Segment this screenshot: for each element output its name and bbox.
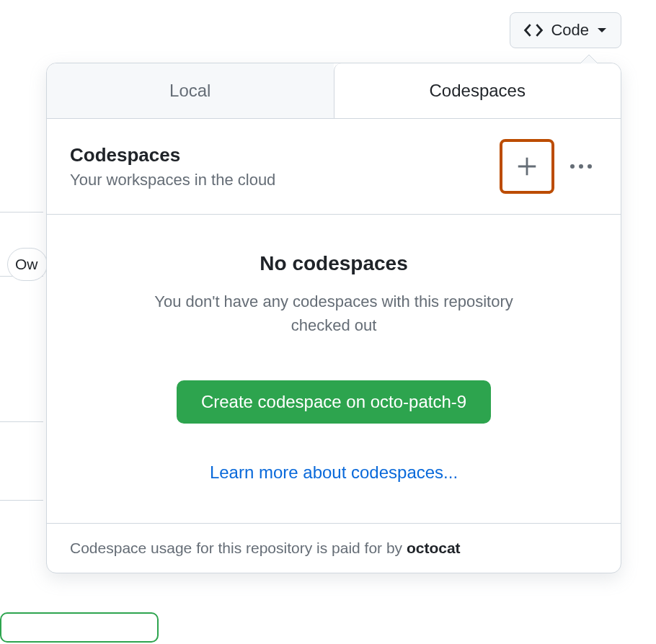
new-codespace-button[interactable] <box>500 139 554 194</box>
bg-green-button-fragment[interactable] <box>0 612 159 643</box>
popover-caret <box>580 55 598 63</box>
tab-local[interactable]: Local <box>47 63 334 118</box>
codespace-options-button[interactable] <box>564 158 598 174</box>
empty-description: You don't have any codespaces with this … <box>146 290 521 337</box>
create-codespace-button[interactable]: Create codespace on octo-patch-9 <box>177 380 491 424</box>
codespaces-header: Codespaces Your workspaces in the cloud <box>47 119 621 215</box>
header-actions <box>500 139 598 194</box>
header-title: Codespaces <box>70 144 275 166</box>
kebab-dot <box>588 164 592 169</box>
popover-tabs: Local Codespaces <box>47 63 621 119</box>
header-text-group: Codespaces Your workspaces in the cloud <box>70 144 275 189</box>
header-subtitle: Your workspaces in the cloud <box>70 171 275 189</box>
code-popover: Local Codespaces Codespaces Your workspa… <box>46 63 621 573</box>
plus-icon <box>517 156 537 176</box>
chevron-down-icon <box>596 27 608 34</box>
kebab-dot <box>579 164 583 169</box>
empty-title: No codespaces <box>76 252 592 275</box>
owner-filter-pill[interactable]: Ow <box>7 248 48 281</box>
empty-state: No codespaces You don't have any codespa… <box>47 215 621 524</box>
code-icon <box>523 20 544 40</box>
footer-note: Codespace usage for this repository is p… <box>47 524 621 573</box>
bg-panel-divider-2 <box>0 421 43 501</box>
code-dropdown-button[interactable]: Code <box>510 12 621 48</box>
footer-prefix: Codespace usage for this repository is p… <box>70 540 407 556</box>
kebab-dot <box>570 164 575 169</box>
footer-owner: octocat <box>407 540 461 556</box>
tab-codespaces[interactable]: Codespaces <box>334 63 621 118</box>
code-button-label: Code <box>551 21 589 40</box>
learn-more-link[interactable]: Learn more about codespaces... <box>210 462 458 482</box>
